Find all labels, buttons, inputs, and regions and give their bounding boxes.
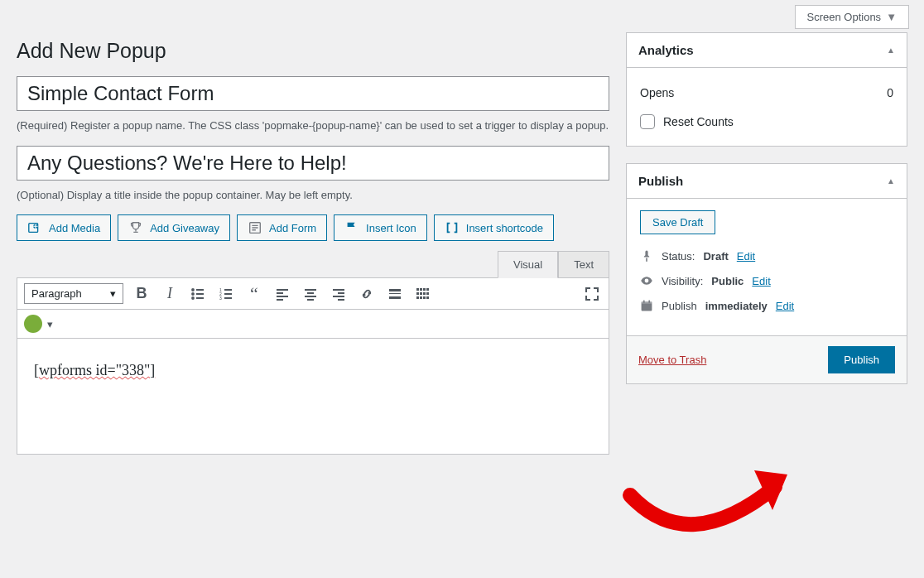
status-value: Draft <box>703 250 728 263</box>
svg-rect-20 <box>416 296 419 299</box>
tab-text[interactable]: Text <box>558 251 609 277</box>
link-button[interactable] <box>357 284 377 304</box>
align-center-button[interactable] <box>301 284 320 304</box>
bullet-list-button[interactable] <box>188 284 208 304</box>
svg-point-4 <box>192 293 194 295</box>
editor-content: [wpforms id="338"] <box>34 362 155 378</box>
screen-options-label: Screen Options <box>807 11 882 23</box>
schedule-value: immediately <box>705 300 768 312</box>
blockquote-button[interactable]: “ <box>244 284 264 304</box>
svg-rect-14 <box>423 288 426 291</box>
publish-panel: Publish ▲ Save Draft Status: Draft Edit … <box>626 163 907 384</box>
panel-toggle-icon[interactable]: ▲ <box>887 176 895 185</box>
opens-label: Opens <box>640 86 674 99</box>
svg-rect-10 <box>389 293 401 294</box>
fullscreen-button[interactable] <box>582 284 602 304</box>
chevron-down-icon[interactable]: ▾ <box>47 318 53 330</box>
media-icon <box>27 220 42 235</box>
toolbar-toggle-button[interactable] <box>413 284 433 304</box>
publish-heading: Publish <box>638 174 683 188</box>
save-draft-button[interactable]: Save Draft <box>640 210 715 234</box>
popup-title-help: (Optional) Display a title inside the po… <box>17 187 609 204</box>
status-label: Status: <box>662 250 695 263</box>
schedule-edit-link[interactable]: Edit <box>776 300 794 312</box>
insert-icon-button[interactable]: Insert Icon <box>334 214 427 241</box>
editor-toolbar: Paragraph ▾ B I 123 “ <box>17 277 609 310</box>
analytics-heading: Analytics <box>638 43 694 57</box>
chevron-down-icon: ▾ <box>110 287 116 300</box>
svg-rect-21 <box>420 296 422 299</box>
status-edit-link[interactable]: Edit <box>737 250 755 263</box>
add-giveaway-label: Add Giveaway <box>150 222 219 234</box>
svg-rect-18 <box>423 292 426 295</box>
add-giveaway-button[interactable]: Add Giveaway <box>118 214 230 241</box>
popup-name-input[interactable] <box>17 76 609 111</box>
bold-button[interactable]: B <box>132 284 152 304</box>
svg-rect-13 <box>420 288 422 291</box>
visibility-edit-link[interactable]: Edit <box>752 275 770 287</box>
svg-point-5 <box>192 297 194 299</box>
add-form-button[interactable]: Add Form <box>237 214 327 241</box>
add-media-button[interactable]: Add Media <box>17 214 111 241</box>
align-left-button[interactable] <box>272 284 292 304</box>
svg-rect-11 <box>389 296 401 299</box>
format-select[interactable]: Paragraph ▾ <box>24 283 123 304</box>
opens-value: 0 <box>887 86 893 99</box>
italic-button[interactable]: I <box>160 284 180 304</box>
numbered-list-button[interactable]: 123 <box>216 284 236 304</box>
page-title: Add New Popup <box>17 39 609 63</box>
move-to-trash-link[interactable]: Move to Trash <box>638 354 706 366</box>
publish-button[interactable]: Publish <box>828 346 895 373</box>
svg-rect-9 <box>389 289 401 291</box>
add-form-label: Add Form <box>269 222 316 234</box>
insert-shortcode-label: Insert shortcode <box>466 222 543 234</box>
svg-rect-22 <box>423 296 426 299</box>
schedule-label: Publish <box>662 300 697 312</box>
popup-title-input[interactable] <box>17 146 609 181</box>
visibility-label: Visibility: <box>662 275 703 287</box>
align-right-button[interactable] <box>329 284 349 304</box>
popup-name-help: (Required) Register a popup name. The CS… <box>17 118 609 134</box>
wpforms-icon[interactable] <box>24 315 42 333</box>
form-icon <box>248 220 262 235</box>
tab-visual[interactable]: Visual <box>498 251 558 278</box>
insert-icon-label: Insert Icon <box>366 222 416 234</box>
calendar-icon <box>640 299 653 312</box>
svg-point-3 <box>192 289 194 291</box>
content-editor[interactable]: [wpforms id="338"] <box>17 339 609 455</box>
svg-rect-16 <box>416 292 419 295</box>
brackets-icon <box>445 220 460 235</box>
analytics-panel: Analytics ▲ Opens 0 Reset Counts <box>626 32 907 147</box>
insert-shortcode-button[interactable]: Insert shortcode <box>434 214 554 241</box>
reset-counts-checkbox[interactable] <box>640 114 655 129</box>
flag-icon <box>344 220 359 235</box>
svg-rect-17 <box>420 292 422 295</box>
svg-rect-19 <box>426 292 429 295</box>
svg-rect-26 <box>643 301 645 303</box>
svg-text:3: 3 <box>219 296 222 301</box>
svg-rect-27 <box>648 301 650 303</box>
reset-counts-label: Reset Counts <box>663 115 734 128</box>
svg-rect-15 <box>426 288 429 291</box>
svg-rect-23 <box>426 296 429 299</box>
screen-options-button[interactable]: Screen Options ▼ <box>795 5 909 29</box>
svg-rect-25 <box>642 301 652 303</box>
eye-icon <box>640 274 653 287</box>
panel-toggle-icon[interactable]: ▲ <box>887 46 895 55</box>
pin-icon <box>640 249 653 263</box>
add-media-label: Add Media <box>49 222 100 234</box>
insert-more-button[interactable] <box>385 284 405 304</box>
svg-rect-12 <box>416 288 419 291</box>
trophy-icon <box>128 220 143 235</box>
caret-down-icon: ▼ <box>886 11 897 23</box>
visibility-value: Public <box>711 275 744 287</box>
